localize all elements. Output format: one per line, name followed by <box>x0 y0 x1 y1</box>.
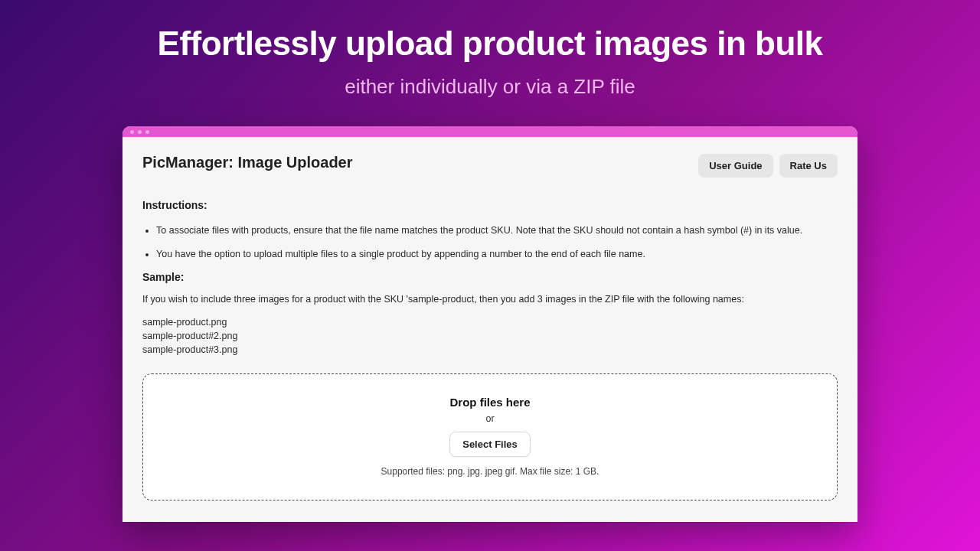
instructions-list: To associate files with products, ensure… <box>142 223 838 262</box>
sample-file-line: sample-product#3.png <box>142 343 838 357</box>
app-content: PicManager: Image Uploader User Guide Ra… <box>122 137 858 522</box>
header-row: PicManager: Image Uploader User Guide Ra… <box>142 154 838 178</box>
sample-files: sample-product.png sample-product#2.png … <box>142 315 838 357</box>
header-buttons: User Guide Rate Us <box>698 154 838 178</box>
dropzone-supported-text: Supported files: png. jpg. jpeg gif. Max… <box>143 466 837 477</box>
select-files-button[interactable]: Select Files <box>449 432 531 457</box>
sample-description: If you wish to include three images for … <box>142 294 838 305</box>
instruction-item: You have the option to upload multiple f… <box>156 247 838 262</box>
dropzone-title: Drop files here <box>143 396 837 409</box>
instruction-item: To associate files with products, ensure… <box>156 223 838 238</box>
rate-us-button[interactable]: Rate Us <box>779 154 838 178</box>
sample-file-line: sample-product#2.png <box>142 329 838 343</box>
app-title: PicManager: Image Uploader <box>142 154 353 171</box>
window-dot <box>130 130 134 134</box>
user-guide-button[interactable]: User Guide <box>698 154 773 178</box>
hero-section: Effortlessly upload product images in bu… <box>0 0 980 99</box>
app-window: PicManager: Image Uploader User Guide Ra… <box>122 126 858 522</box>
file-dropzone[interactable]: Drop files here or Select Files Supporte… <box>142 373 838 500</box>
hero-subtitle: either individually or via a ZIP file <box>0 75 980 99</box>
window-dot <box>138 130 142 134</box>
hero-title: Effortlessly upload product images in bu… <box>0 24 980 63</box>
window-dot <box>145 130 149 134</box>
dropzone-or: or <box>143 413 837 424</box>
sample-label: Sample: <box>142 271 838 283</box>
instructions-label: Instructions: <box>142 199 838 211</box>
window-titlebar <box>122 126 858 137</box>
sample-file-line: sample-product.png <box>142 315 838 329</box>
